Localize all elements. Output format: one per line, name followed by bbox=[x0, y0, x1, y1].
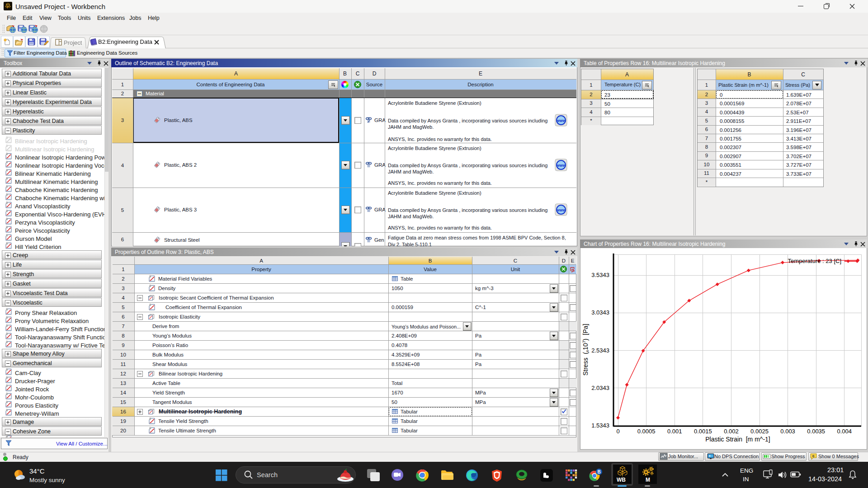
svg-text:Stress (x107) [Pa]: Stress (x107) [Pa] bbox=[582, 324, 590, 376]
svg-text:0.003: 0.003 bbox=[780, 428, 795, 435]
svg-text:B: B bbox=[597, 469, 600, 474]
svg-text:0.004: 0.004 bbox=[837, 428, 852, 435]
svg-text:2.5343: 2.5343 bbox=[591, 347, 609, 354]
svg-text:0.0025: 0.0025 bbox=[750, 428, 769, 435]
svg-text:0.001: 0.001 bbox=[667, 428, 682, 435]
svg-text:3.0343: 3.0343 bbox=[591, 309, 609, 316]
svg-text:p: p bbox=[571, 267, 574, 272]
svg-text:0.0015: 0.0015 bbox=[694, 428, 712, 435]
svg-text:Plastic Strain [m m^-1]: Plastic Strain [m m^-1] bbox=[705, 436, 770, 443]
svg-text:1.5343: 1.5343 bbox=[591, 422, 609, 429]
svg-text:0: 0 bbox=[616, 428, 619, 435]
svg-text:Temperature : 23 [C]: Temperature : 23 [C] bbox=[788, 258, 842, 264]
svg-text:0.002: 0.002 bbox=[724, 428, 739, 435]
svg-text:0.0035: 0.0035 bbox=[807, 428, 825, 435]
svg-text:0.0005: 0.0005 bbox=[637, 428, 656, 435]
svg-text:2.0343: 2.0343 bbox=[591, 385, 609, 391]
svg-text:0: 0 bbox=[812, 454, 815, 458]
svg-text:3.5343: 3.5343 bbox=[591, 272, 609, 278]
